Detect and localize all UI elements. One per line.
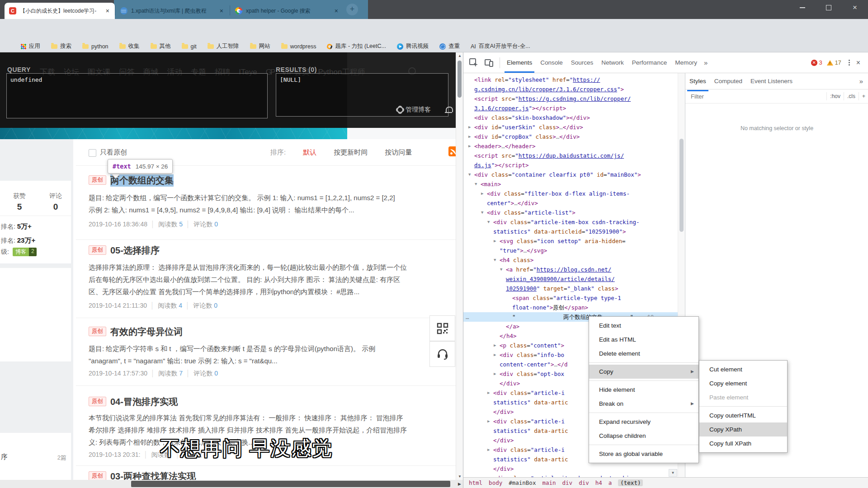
- breadcrumb-item[interactable]: a: [609, 479, 612, 486]
- expand-arrow-icon[interactable]: ▶: [468, 132, 471, 141]
- expand-arrow-icon[interactable]: ▶: [481, 189, 483, 198]
- scroll-down-icon[interactable]: ▼: [458, 474, 462, 479]
- submenu-item-cut-element[interactable]: Cut element: [699, 362, 787, 376]
- dom-tree-node[interactable]: <script src="https://dup.baidustatic.com…: [463, 151, 678, 160]
- dom-tree-node[interactable]: <link rel="stylesheet" href="https://: [463, 75, 678, 84]
- warning-count[interactable]: 17: [835, 60, 841, 66]
- expand-arrow-icon[interactable]: ▶: [494, 236, 496, 246]
- dom-tree-node[interactable]: ▶<div id="cropBox" class>…</div>: [463, 132, 678, 141]
- dom-tree-node[interactable]: ▶<div id="userSkin" class>…</div>: [463, 122, 678, 132]
- dom-tree-node[interactable]: <div class="skin-boxshadow"></div>: [463, 113, 678, 122]
- menu-item-collapse-children[interactable]: Collapse children: [589, 429, 698, 443]
- dom-tree-node[interactable]: <script src="https://g.csdnimg.cn/lib/cr…: [463, 94, 678, 103]
- expand-arrow-icon[interactable]: ▼: [468, 170, 471, 179]
- devtools-tab-elements[interactable]: Elements: [503, 52, 536, 73]
- dom-tree-node[interactable]: float-none">原创</span>: [463, 303, 678, 312]
- article-title[interactable]: 04-冒泡排序实现: [110, 396, 178, 408]
- sort-option[interactable]: 按访问量: [385, 148, 412, 156]
- expand-arrow-icon[interactable]: ▶: [494, 341, 496, 350]
- bookmark-item[interactable]: 应用: [21, 42, 40, 50]
- expand-arrow-icon[interactable]: ▶: [487, 388, 490, 398]
- dom-tree-node[interactable]: weixin_43908900/article/details/: [463, 274, 678, 284]
- dom-tree-node[interactable]: ▼<h4 class>: [463, 255, 678, 265]
- devtools-tab-console[interactable]: Console: [536, 52, 567, 73]
- scroll-up-icon[interactable]: ▲: [458, 54, 462, 58]
- original-only-label[interactable]: 只看原创: [100, 148, 127, 157]
- dom-tree-node[interactable]: </div>: [463, 464, 678, 474]
- breadcrumb-item[interactable]: #mainBox: [509, 479, 536, 486]
- bookmark-item[interactable]: 人工智障: [208, 42, 239, 50]
- menu-item-expand-recursively[interactable]: Expand recursively: [589, 415, 698, 429]
- styles-more-tabs-icon[interactable]: »: [859, 77, 868, 85]
- minimize-button[interactable]: [789, 0, 816, 15]
- article-title[interactable]: 有效的字母异位词: [110, 326, 183, 338]
- manage-blog-link[interactable]: 管理博客: [397, 106, 431, 114]
- bookmark-item[interactable]: 题库 - 力扣 (LeetC...: [327, 42, 386, 50]
- devtools-tab-sources[interactable]: Sources: [567, 52, 598, 73]
- sort-option[interactable]: 默认: [303, 148, 316, 156]
- browser-tab[interactable]: 1.xpath语法与lxml库 | 爬虫教程×: [116, 3, 229, 19]
- menu-item-break-on[interactable]: Break on▶: [589, 397, 698, 411]
- bookmark-item[interactable]: 搜索: [51, 42, 71, 50]
- breadcrumb-item[interactable]: (text): [618, 479, 643, 486]
- browser-tab[interactable]: xpath helper - Google 搜索×: [231, 3, 344, 19]
- expand-arrow-icon[interactable]: ▼: [494, 255, 496, 265]
- dom-tree-node[interactable]: ds.js"></script>: [463, 160, 678, 170]
- styles-tab-event-listeners[interactable]: Event Listeners: [746, 73, 797, 91]
- breadcrumb-item[interactable]: div: [579, 479, 589, 486]
- expand-arrow-icon[interactable]: ▶: [494, 350, 496, 360]
- new-tab-button[interactable]: +: [346, 4, 358, 15]
- bookmark-item[interactable]: python: [82, 43, 108, 50]
- submenu-item-copy-outerhtml[interactable]: Copy outerHTML: [699, 408, 787, 422]
- dom-tree-node[interactable]: ▼<a href="https://blog.csdn.net/: [463, 265, 678, 274]
- bookmark-item[interactable]: 腾讯视频: [397, 42, 429, 50]
- article-title[interactable]: 05-选择排序: [110, 244, 160, 257]
- menu-item-hide-element[interactable]: Hide element: [589, 383, 698, 397]
- dom-tree-node[interactable]: center">…</div>: [463, 198, 678, 208]
- breadcrumb-item[interactable]: div: [562, 479, 573, 486]
- page-vertical-scrollbar[interactable]: ▲ ▼: [456, 52, 463, 480]
- submenu-item-copy-element[interactable]: Copy element: [699, 376, 787, 390]
- devtools-tab-network[interactable]: Network: [597, 52, 628, 73]
- article-title[interactable]: 03-两种查找算法实现: [110, 470, 196, 480]
- xpath-query-box[interactable]: undefined: [6, 73, 268, 118]
- expand-arrow-icon[interactable]: ▶: [487, 474, 490, 477]
- dom-tree-node[interactable]: ▼<div class="article-item-box csdn-track…: [463, 217, 678, 227]
- bell-icon[interactable]: [446, 107, 453, 112]
- styles-tab-styles[interactable]: Styles: [685, 73, 710, 91]
- hscrollbar-thumb[interactable]: [131, 481, 450, 487]
- tab-close-icon[interactable]: ×: [334, 7, 339, 14]
- sort-option[interactable]: 按更新时间: [334, 148, 368, 156]
- new-style-rule-button[interactable]: +: [859, 92, 868, 100]
- error-count[interactable]: 3: [819, 60, 822, 66]
- menu-item-edit-text[interactable]: Edit text: [589, 319, 698, 333]
- breadcrumb-item[interactable]: main: [542, 479, 556, 486]
- expand-arrow-icon[interactable]: ▼: [475, 179, 477, 189]
- dom-tree-node[interactable]: ▶<header>…</header>: [463, 141, 678, 151]
- inspect-element-icon[interactable]: [469, 58, 479, 68]
- bookmark-item[interactable]: wordpress: [281, 43, 316, 50]
- submenu-item-copy-xpath[interactable]: Copy XPath: [699, 422, 787, 436]
- expand-arrow-icon[interactable]: ▶: [487, 417, 490, 426]
- breadcrumb-item[interactable]: html: [469, 479, 482, 486]
- tab-close-icon[interactable]: ×: [105, 7, 110, 14]
- dom-tree-node[interactable]: ▼<div class="article-list">: [463, 208, 678, 217]
- dom-tree-node[interactable]: 3.1.6/cropper.js"></script>: [463, 103, 678, 113]
- dom-tree-node[interactable]: 102591900" target="_blank" class>: [463, 284, 678, 293]
- rss-icon[interactable]: [448, 146, 456, 156]
- more-tabs-icon[interactable]: »: [701, 59, 710, 66]
- bookmark-item[interactable]: 查重: [439, 42, 460, 50]
- customer-service-button[interactable]: [429, 341, 455, 367]
- expand-arrow-icon[interactable]: ▶: [494, 369, 496, 379]
- bookmark-item[interactable]: 网站: [250, 42, 270, 50]
- dom-tree-node[interactable]: statistics" data-articleid="102591900">: [463, 227, 678, 236]
- hov-toggle[interactable]: :hov: [826, 92, 844, 100]
- expand-arrow-icon[interactable]: ▶: [487, 445, 490, 455]
- expand-arrow-icon[interactable]: ▼: [500, 265, 502, 274]
- styles-filter-input[interactable]: [685, 93, 826, 100]
- tab-close-icon[interactable]: ×: [219, 7, 224, 14]
- bookmark-item[interactable]: git: [182, 43, 197, 50]
- menu-item-delete-element[interactable]: Delete element: [589, 347, 698, 361]
- article-title[interactable]: 两个数组的交集: [110, 174, 174, 187]
- expand-arrow-icon[interactable]: ▼: [487, 217, 490, 227]
